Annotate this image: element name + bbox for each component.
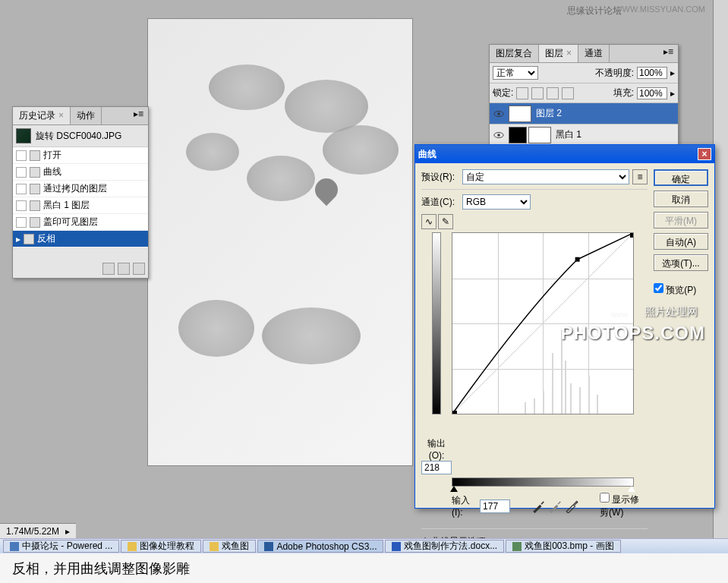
- cancel-button[interactable]: 取消: [654, 191, 708, 207]
- status-flyout-icon[interactable]: ▸: [65, 526, 70, 537]
- history-item[interactable]: ▸反相: [13, 231, 148, 247]
- taskbar-item[interactable]: 戏鱼图: [203, 540, 256, 553]
- document-canvas[interactable]: [147, 18, 413, 466]
- lock-label: 锁定:: [493, 87, 513, 99]
- output-gradient: [432, 232, 441, 414]
- taskbar-item[interactable]: 戏鱼图制作方法.docx...: [385, 540, 504, 553]
- new-state-icon[interactable]: [118, 263, 130, 275]
- taskbar-item[interactable]: 中摄论坛 - Powered ...: [3, 540, 119, 553]
- history-item[interactable]: 黑白 1 图层: [13, 197, 148, 214]
- gray-eyedropper-icon[interactable]: [548, 499, 562, 513]
- right-docked-bar: [713, 0, 728, 583]
- history-item-label: 打开: [43, 149, 61, 162]
- history-item[interactable]: 曲线: [13, 164, 148, 181]
- history-tabs: 历史记录× 动作 ▸≡: [13, 107, 148, 125]
- fill-flyout-icon[interactable]: ▸: [670, 88, 675, 99]
- ok-button[interactable]: 确定: [654, 169, 708, 186]
- tutorial-caption: 反相，并用曲线调整图像影雕: [0, 553, 728, 583]
- lock-all-icon[interactable]: [562, 87, 574, 99]
- site-watermark: 思缘设计论坛: [567, 5, 622, 17]
- photoshop-icon: [264, 542, 273, 551]
- svg-rect-10: [630, 233, 633, 238]
- black-slider[interactable]: [450, 486, 458, 492]
- preset-select[interactable]: 自定: [462, 169, 629, 184]
- taskbar-item[interactable]: 戏鱼图003.bmp - 画图: [506, 540, 620, 553]
- layer-item[interactable]: 图层 2: [490, 103, 678, 124]
- opacity-input[interactable]: [637, 67, 667, 79]
- white-slider[interactable]: [628, 486, 635, 492]
- output-input[interactable]: [421, 461, 452, 474]
- channel-select[interactable]: RGB: [462, 194, 531, 210]
- tab-layer-comps[interactable]: 图层复合: [490, 45, 539, 62]
- pencil-tool-icon[interactable]: ✎: [438, 214, 453, 229]
- close-icon[interactable]: ×: [566, 48, 572, 58]
- history-item-label: 反相: [37, 232, 55, 245]
- history-item-label: 盖印可见图层: [43, 216, 98, 228]
- history-item-label: 曲线: [43, 165, 61, 178]
- tab-actions[interactable]: 动作: [71, 107, 102, 124]
- canvas-image: [148, 19, 412, 465]
- taskbar-item[interactable]: 图像处理教程: [121, 540, 201, 553]
- white-eyedropper-icon[interactable]: [565, 499, 578, 513]
- history-item-label: 黑白 1 图层: [43, 199, 90, 212]
- history-item[interactable]: 盖印可见图层: [13, 214, 148, 231]
- delete-icon[interactable]: [133, 263, 145, 275]
- history-item[interactable]: 打开: [13, 147, 148, 164]
- history-footer: [13, 247, 148, 278]
- output-label: 输出(O):: [421, 437, 452, 461]
- black-eyedropper-icon[interactable]: [531, 499, 545, 513]
- preview-label[interactable]: 预览(P): [654, 283, 708, 297]
- new-snapshot-icon[interactable]: [102, 263, 115, 275]
- blend-mode-select[interactable]: 正常: [493, 66, 538, 80]
- dialog-titlebar[interactable]: 曲线 ×: [415, 145, 714, 163]
- lock-transparent-icon[interactable]: [516, 87, 528, 99]
- tab-layers[interactable]: 图层×: [539, 45, 578, 62]
- history-list: 打开 曲线 通过拷贝的图层 黑白 1 图层 盖印可见图层 ▸反相: [13, 147, 148, 247]
- layers-tabs: 图层复合 图层× 通道 ▸≡: [490, 45, 678, 63]
- fill-label: 填充:: [613, 87, 634, 99]
- layer-item[interactable]: 黑白 1: [490, 124, 678, 146]
- lock-position-icon[interactable]: [547, 87, 559, 99]
- taskbar-item[interactable]: Adobe Photoshop CS3...: [257, 540, 383, 553]
- lock-row: 锁定: 填充: ▸: [490, 84, 678, 103]
- history-snapshot[interactable]: 旋转 DSCF0040.JPG: [13, 125, 148, 147]
- curve-point[interactable]: [575, 257, 580, 262]
- panel-menu-icon[interactable]: ▸≡: [129, 107, 148, 124]
- options-button[interactable]: 选项(T)...: [654, 254, 708, 271]
- show-clip-checkbox[interactable]: [600, 493, 610, 503]
- input-label: 输入(I):: [452, 494, 474, 518]
- close-icon[interactable]: ×: [58, 110, 64, 121]
- visibility-icon[interactable]: [492, 128, 506, 142]
- svg-rect-9: [452, 411, 457, 414]
- layers-controls: 正常 不透明度: ▸: [490, 63, 678, 84]
- preview-checkbox[interactable]: [654, 283, 663, 293]
- lock-pixels-icon[interactable]: [531, 87, 544, 99]
- mask-thumb: [528, 127, 551, 143]
- photops-watermark-cn: 照片处理网: [644, 305, 698, 319]
- url-watermark: WWW.MISSYUAN.COM: [614, 5, 705, 14]
- auto-button[interactable]: 自动(A): [654, 233, 708, 250]
- fill-input[interactable]: [637, 87, 667, 99]
- tab-channels[interactable]: 通道: [578, 45, 610, 62]
- curve-tool-icon[interactable]: ∿: [421, 214, 436, 229]
- status-bar: 1.74M/5.22M ▸: [0, 523, 76, 538]
- input-input[interactable]: [480, 499, 510, 513]
- show-clip-label[interactable]: 显示修剪(W): [600, 493, 648, 519]
- svg-point-3: [497, 134, 500, 137]
- close-button[interactable]: ×: [698, 148, 711, 160]
- photops-www: www.: [611, 310, 629, 319]
- visibility-icon[interactable]: [492, 107, 506, 121]
- preset-menu-icon[interactable]: ≡: [632, 169, 648, 184]
- panel-menu-icon[interactable]: ▸≡: [659, 45, 678, 62]
- opacity-flyout-icon[interactable]: ▸: [670, 68, 675, 78]
- input-gradient[interactable]: [452, 477, 634, 487]
- tab-history[interactable]: 历史记录×: [13, 107, 71, 124]
- snapshot-name: 旋转 DSCF0040.JPG: [36, 130, 121, 143]
- preset-label: 预设(R):: [421, 171, 459, 184]
- smooth-button[interactable]: 平滑(M): [654, 212, 708, 228]
- layer-thumb: [509, 106, 531, 122]
- adjustment-thumb: [509, 127, 527, 143]
- layer-name: 黑白 1: [556, 128, 581, 141]
- channel-label: 通道(C):: [421, 196, 459, 209]
- history-item[interactable]: 通过拷贝的图层: [13, 181, 148, 197]
